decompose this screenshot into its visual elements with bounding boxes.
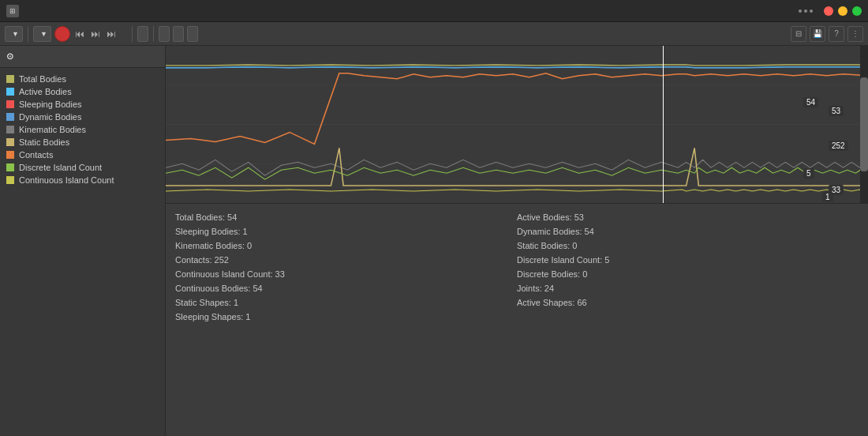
stat-item: Total Bodies: 54 xyxy=(175,210,517,224)
legend-label: Total Bodies xyxy=(19,74,66,84)
legend-color xyxy=(6,126,14,133)
badge-5: 5 xyxy=(803,168,814,179)
toolbar-separator-3 xyxy=(153,26,154,42)
stat-item: Joints: 24 xyxy=(517,281,859,295)
record-button[interactable] xyxy=(54,26,70,42)
app-icon: ⊞ xyxy=(6,5,19,17)
clear-on-play-button[interactable] xyxy=(159,26,170,42)
legend-label: Dynamic Bodies xyxy=(19,112,81,122)
cursor-line xyxy=(663,46,664,203)
toolbar-separator-1 xyxy=(28,26,28,42)
stats-panel: Total Bodies: 54Active Bodies: 53Sleepin… xyxy=(166,204,868,436)
legend-label: Sleeping Bodies xyxy=(19,100,82,109)
legend-item[interactable]: Active Bodies xyxy=(0,85,165,98)
legend-item[interactable]: Dynamic Bodies xyxy=(0,111,165,123)
legend-item[interactable]: Kinematic Bodies xyxy=(0,123,165,136)
minimize-button[interactable] xyxy=(838,6,847,16)
legend-item[interactable]: Continuous Island Count xyxy=(0,174,165,186)
window-controls xyxy=(799,6,862,16)
save-icon[interactable]: 💾 xyxy=(810,26,825,42)
stat-item: Static Shapes: 1 xyxy=(175,295,517,310)
stat-item: Sleeping Shapes: 1 xyxy=(175,310,517,324)
legend-label: Discrete Island Count xyxy=(19,163,102,172)
stat-item: Contacts: 252 xyxy=(175,253,517,267)
scrollbar-thumb[interactable] xyxy=(860,77,868,171)
clear-button[interactable] xyxy=(137,26,148,42)
toolbar: ▼ ▼ ⏮ ⏭ ⏭ ⊟ 💾 ? ⋮ xyxy=(0,22,868,46)
legend-item[interactable]: Sleeping Bodies xyxy=(0,98,165,111)
legend-color xyxy=(6,75,14,83)
legend-label: Active Bodies xyxy=(19,87,72,96)
legend-color xyxy=(6,176,14,184)
playmode-dropdown[interactable]: ▼ xyxy=(33,26,51,42)
legend-color xyxy=(6,138,14,146)
chevron-down-icon: ▼ xyxy=(40,30,47,38)
deep-profile-button[interactable] xyxy=(173,26,184,42)
call-stacks-button[interactable] xyxy=(187,26,198,42)
toolbar-icons: ⊟ 💾 ? ⋮ xyxy=(791,26,863,42)
legend-color xyxy=(6,113,14,121)
stat-item: Sleeping Bodies: 1 xyxy=(175,224,517,239)
sidebar-header: ⊙ xyxy=(0,46,165,68)
legend-color xyxy=(6,164,14,171)
legend-label: Contacts xyxy=(19,150,53,160)
help-icon[interactable]: ? xyxy=(829,26,844,42)
legend-color xyxy=(6,151,14,159)
badge-252: 252 xyxy=(829,141,848,151)
legend-color xyxy=(6,88,14,96)
stat-item: Kinematic Bodies: 0 xyxy=(175,239,517,253)
stat-item: Discrete Island Count: 5 xyxy=(517,253,859,267)
layout-icon[interactable]: ⊟ xyxy=(791,26,806,42)
stat-item: Dynamic Bodies: 54 xyxy=(517,224,859,239)
legend-color xyxy=(6,100,14,108)
title-bar: ⊞ xyxy=(0,0,868,22)
stat-item: Discrete Bodies: 0 xyxy=(517,267,859,281)
menu-dots xyxy=(799,9,813,13)
legend-label: Kinematic Bodies xyxy=(19,125,86,134)
sidebar: ⊙ Total Bodies Active Bodies Sleeping Bo… xyxy=(0,46,166,436)
step-back-button[interactable]: ⏮ xyxy=(73,26,86,42)
close-button[interactable] xyxy=(824,6,833,16)
stat-item: Continuous Bodies: 54 xyxy=(175,281,517,295)
legend-list: Total Bodies Active Bodies Sleeping Bodi… xyxy=(0,68,165,191)
stat-item: Static Bodies: 0 xyxy=(517,239,859,253)
step-forward-button[interactable]: ⏭ xyxy=(89,26,102,42)
stat-item: Continuous Island Count: 33 xyxy=(175,267,517,281)
legend-item[interactable]: Total Bodies xyxy=(0,73,165,85)
skip-forward-button[interactable]: ⏭ xyxy=(105,26,118,42)
profiler-modules-dropdown[interactable]: ▼ xyxy=(5,26,23,42)
maximize-button[interactable] xyxy=(852,6,862,16)
chevron-down-icon: ▼ xyxy=(12,30,19,38)
badge-33: 33 xyxy=(829,185,844,195)
chart-svg xyxy=(166,46,868,203)
badge-53: 53 xyxy=(829,106,844,116)
legend-item[interactable]: Contacts xyxy=(0,148,165,161)
chart-scrollbar[interactable] xyxy=(860,46,868,203)
main-content: ⊙ Total Bodies Active Bodies Sleeping Bo… xyxy=(0,46,868,436)
toolbar-separator-2 xyxy=(132,26,133,42)
physics-icon: ⊙ xyxy=(6,51,13,62)
stat-item: Active Shapes: 66 xyxy=(517,295,859,310)
badge-54: 54 xyxy=(803,97,818,107)
legend-label: Static Bodies xyxy=(19,137,69,147)
more-icon[interactable]: ⋮ xyxy=(847,26,863,42)
legend-item[interactable]: Discrete Island Count xyxy=(0,161,165,174)
legend-label: Continuous Island Count xyxy=(19,175,114,185)
stat-item: Active Bodies: 53 xyxy=(517,210,859,224)
chart-area[interactable]: 54 53 252 5 1 33 xyxy=(166,46,868,204)
right-panel: 54 53 252 5 1 33 Total Bodies: 54Active … xyxy=(166,46,868,436)
legend-item[interactable]: Static Bodies xyxy=(0,136,165,148)
